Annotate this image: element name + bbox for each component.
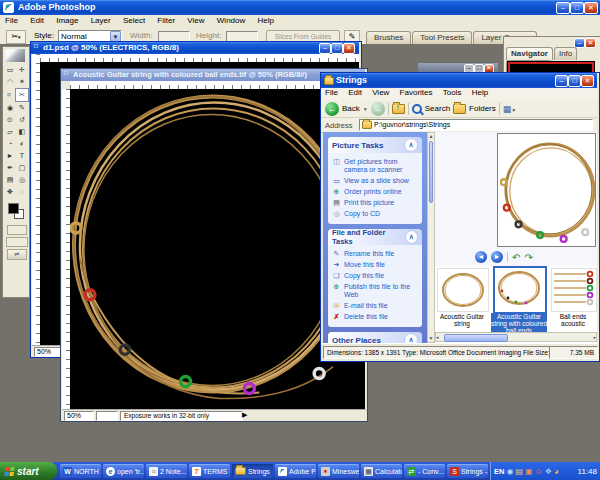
tab-navigator[interactable]: Navigator — [506, 47, 553, 60]
search-label[interactable]: Search — [425, 104, 450, 113]
collapse-chevron-icon[interactable]: ∧ — [404, 333, 418, 343]
eyedropper-tool[interactable]: ◎ — [16, 174, 28, 186]
collapse-chevron-icon[interactable]: ∧ — [405, 230, 418, 244]
explorer-minimize[interactable]: – — [555, 75, 568, 87]
shape-tool[interactable]: ▢ — [16, 162, 28, 174]
back-label[interactable]: Back — [342, 104, 360, 113]
taskbar-item-photoshop[interactable]: Adobe P... — [275, 464, 316, 478]
taskbar-item-ie[interactable]: eopen 'tr... — [103, 464, 144, 478]
explorer-menu-favorites[interactable]: Favorites — [396, 88, 437, 97]
thumbnail-acoustic-string[interactable] — [437, 268, 489, 312]
explorer-menu-edit[interactable]: Edit — [344, 88, 366, 97]
clock[interactable]: 11:48 — [578, 467, 597, 476]
rotate-counterclockwise-button[interactable]: ↶ — [512, 252, 520, 263]
slice-tool[interactable]: ✂ — [15, 88, 29, 102]
d1-titlebar[interactable]: 🗋 d1.psd @ 50% (ELECTRICS, RGB/8) – □ ✕ — [31, 42, 359, 54]
explorer-close[interactable]: ✕ — [581, 75, 594, 87]
tray-icon-3[interactable]: ▣ — [525, 467, 533, 476]
explorer-menu-file[interactable]: File — [321, 88, 342, 97]
minimize-button[interactable]: – — [556, 2, 570, 14]
other-places-title[interactable]: Other Places — [332, 336, 381, 344]
task-copy-to-cd[interactable]: ◎Copy to CD — [332, 209, 420, 219]
start-button[interactable]: start — [0, 462, 57, 480]
language-indicator[interactable]: EN — [494, 467, 504, 476]
menu-window[interactable]: Window — [212, 15, 250, 26]
views-button[interactable]: ▦▼ — [503, 104, 516, 114]
pen-tool[interactable]: ✒ — [4, 162, 16, 174]
tray-icon-4[interactable]: ☺ — [535, 467, 543, 476]
doc2-status-arrow-icon[interactable]: ▶ — [242, 411, 247, 419]
previous-image-button[interactable]: ◄ — [475, 251, 487, 263]
taskbar-item-terms-doc[interactable]: TTERMS L... — [189, 464, 230, 478]
task-order-prints[interactable]: ⊕Order prints online — [332, 187, 420, 197]
move-tool[interactable]: ✛ — [16, 64, 28, 76]
imageready-button[interactable]: ⇄ — [7, 249, 27, 260]
gradient-tool[interactable]: ◧ — [16, 126, 28, 138]
picture-tasks-title[interactable]: Picture Tasks — [332, 141, 383, 150]
task-move-file[interactable]: ➜Move this file — [332, 260, 420, 270]
close-button[interactable]: ✕ — [584, 2, 598, 14]
type-tool[interactable]: T — [16, 150, 28, 162]
task-pane-scrollbar[interactable]: ▲ ▼ — [427, 132, 435, 343]
thumbnail-ball-ends[interactable] — [551, 268, 597, 312]
folders-label[interactable]: Folders — [469, 104, 496, 113]
folders-icon[interactable] — [453, 104, 466, 114]
maximize-button[interactable]: □ — [570, 2, 584, 14]
explorer-menu-help[interactable]: Help — [468, 88, 492, 97]
task-print-picture[interactable]: ▤Print this picture — [332, 198, 420, 208]
thumbnail-label-2-selected[interactable]: Acoustic Guitar string with coloured bal… — [491, 313, 547, 334]
menu-edit[interactable]: Edit — [25, 15, 49, 26]
d1-maximize[interactable]: □ — [331, 43, 343, 54]
lasso-tool[interactable]: ◠ — [4, 76, 16, 88]
menu-help[interactable]: Help — [252, 15, 278, 26]
screen-mode-buttons[interactable] — [6, 237, 28, 247]
tray-icon-5[interactable]: ❖ — [545, 467, 552, 476]
d1-close[interactable]: ✕ — [343, 43, 355, 54]
taskbar-item-calculator[interactable]: ▦Calculator — [361, 464, 402, 478]
next-image-button[interactable]: ► — [491, 251, 503, 263]
explorer-menu-tools[interactable]: Tools — [439, 88, 466, 97]
rotate-clockwise-button[interactable]: ↷ — [524, 252, 532, 263]
search-icon[interactable] — [412, 104, 422, 114]
task-publish-file[interactable]: ⊕Publish this file to the Web — [332, 282, 420, 300]
back-button[interactable]: ← — [325, 102, 339, 116]
taskbar-item-strings-folder[interactable]: Strings — [232, 464, 273, 478]
hand-tool[interactable]: ✥ — [4, 186, 16, 198]
tray-icon-1[interactable]: ◉ — [506, 467, 513, 476]
tab-tool-presets[interactable]: Tool Presets — [412, 31, 472, 44]
notes-tool[interactable]: ▤ — [4, 174, 16, 186]
task-copy-file[interactable]: ❏Copy this file — [332, 271, 420, 281]
menu-image[interactable]: Image — [51, 15, 83, 26]
menu-select[interactable]: Select — [118, 15, 150, 26]
taskbar-item-strings-viewer[interactable]: SStrings -... — [447, 464, 488, 478]
quick-mask-buttons[interactable] — [7, 225, 27, 235]
task-rename-file[interactable]: ✎Rename this file — [332, 249, 420, 259]
up-button[interactable]: ↑ — [392, 104, 405, 114]
crop-tool[interactable]: ⌗ — [3, 89, 15, 101]
thumbnail-coloured-ball-ends[interactable] — [493, 266, 547, 314]
doc2-info-cell[interactable] — [96, 411, 118, 421]
task-slide-show[interactable]: ▭View as a slide show — [332, 176, 420, 186]
preview-image[interactable] — [497, 133, 596, 247]
explorer-maximize[interactable]: □ — [568, 75, 581, 87]
file-tasks-title[interactable]: File and Folder Tasks — [332, 229, 405, 246]
filmstrip-hscrollbar[interactable]: ◂ ▸ — [435, 332, 597, 342]
tray-icon-6[interactable]: ◕ — [554, 467, 559, 476]
zoom-tool[interactable]: ◌ — [16, 186, 28, 198]
taskbar-item-north-doc[interactable]: WNORTH ... — [60, 464, 101, 478]
back-dropdown-icon[interactable]: ▼ — [363, 106, 368, 112]
brush-tool[interactable]: ✎ — [16, 102, 28, 114]
menu-layer[interactable]: Layer — [86, 15, 116, 26]
tab-brushes[interactable]: Brushes — [366, 31, 411, 44]
tray-icon-2[interactable]: ▤ — [515, 467, 523, 476]
slice-tool-icon[interactable]: ✂▾ — [6, 30, 26, 44]
menu-filter[interactable]: Filter — [152, 15, 180, 26]
blur-tool[interactable]: ◔ — [4, 138, 16, 150]
marquee-tool[interactable]: ▭ — [4, 64, 16, 76]
menu-file[interactable]: File — [0, 15, 23, 26]
path-select-tool[interactable]: ► — [4, 150, 16, 162]
taskbar-item-minesweeper[interactable]: ✶Mineswe... — [318, 464, 359, 478]
clone-stamp-tool[interactable]: ⊙ — [4, 114, 16, 126]
forward-button[interactable]: → — [371, 102, 385, 116]
d1-minimize[interactable]: – — [319, 43, 331, 54]
